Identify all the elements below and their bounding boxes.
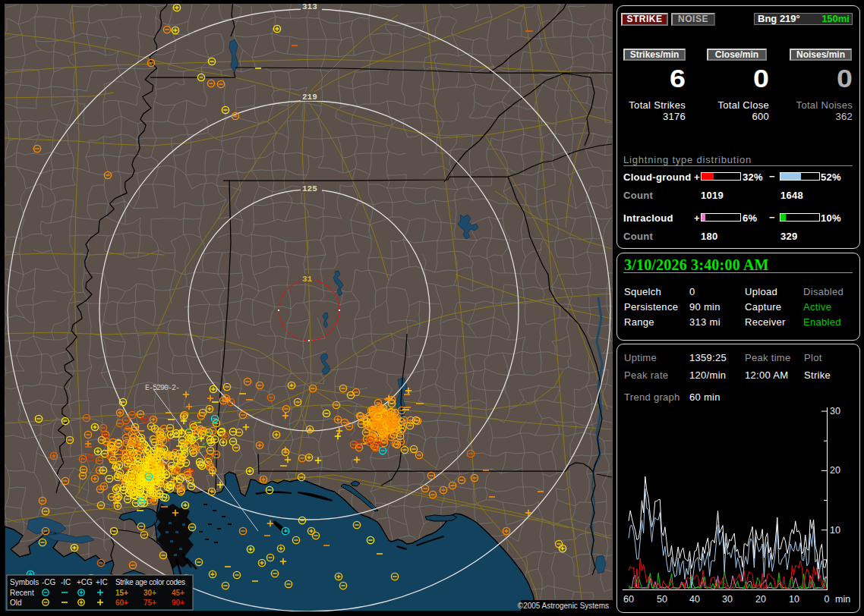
svg-text:-IC: -IC xyxy=(61,578,71,586)
svg-text:©2005 Astrogenic Systems: ©2005 Astrogenic Systems xyxy=(518,602,609,610)
svg-text:90+: 90+ xyxy=(172,599,184,607)
svg-text:0: 0 xyxy=(825,594,830,605)
svg-text:31: 31 xyxy=(302,275,313,284)
svg-text:125: 125 xyxy=(302,184,317,193)
svg-text:15+: 15+ xyxy=(115,589,128,597)
svg-text:30+: 30+ xyxy=(143,589,156,597)
svg-text:219: 219 xyxy=(302,93,317,102)
svg-text:min: min xyxy=(835,594,850,605)
svg-text:45+: 45+ xyxy=(172,589,184,597)
svg-text:Strike age color codes: Strike age color codes xyxy=(115,578,185,586)
svg-text:30: 30 xyxy=(722,594,733,605)
svg-text:Old: Old xyxy=(10,599,22,607)
svg-text:60: 60 xyxy=(623,594,634,605)
svg-text:E-5290-2-: E-5290-2- xyxy=(145,384,179,392)
svg-text:10: 10 xyxy=(830,525,840,536)
svg-text:60+: 60+ xyxy=(115,599,128,607)
svg-text:40: 40 xyxy=(689,594,700,605)
svg-text:+IC: +IC xyxy=(96,578,108,586)
svg-text:Recent: Recent xyxy=(10,589,34,597)
svg-text:10: 10 xyxy=(789,594,799,605)
svg-text:20: 20 xyxy=(830,465,840,476)
svg-text:20: 20 xyxy=(755,594,766,605)
svg-text:-CG: -CG xyxy=(42,578,56,586)
svg-text:+CG: +CG xyxy=(77,578,93,586)
svg-text:30: 30 xyxy=(830,406,840,416)
svg-text:75+: 75+ xyxy=(143,599,156,607)
svg-text:50: 50 xyxy=(657,594,667,605)
svg-text:Symbols: Symbols xyxy=(10,578,39,586)
